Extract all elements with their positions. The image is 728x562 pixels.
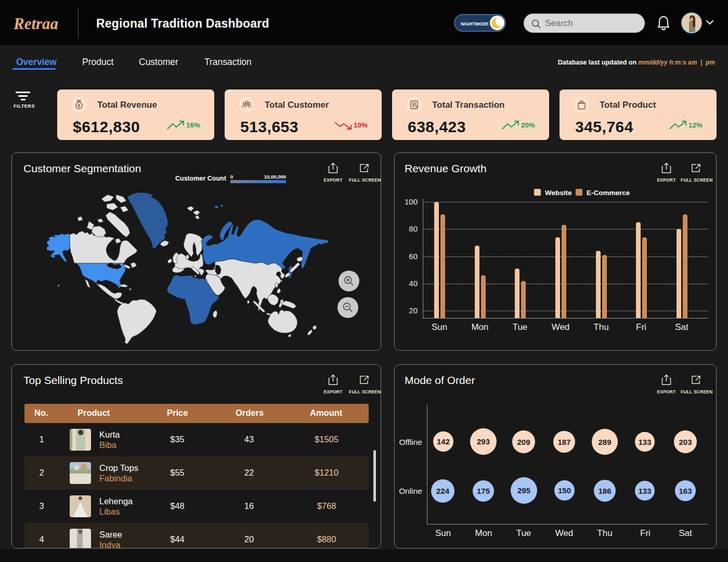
svg-text:$: $ (77, 103, 80, 108)
svg-text:Retraa: Retraa (13, 15, 58, 33)
